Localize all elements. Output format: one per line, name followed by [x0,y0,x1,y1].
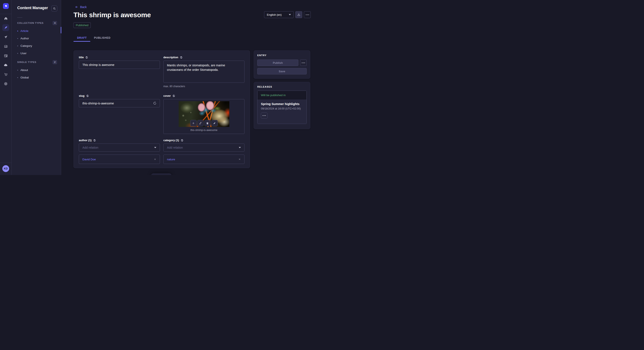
save-button[interactable]: Save [257,68,307,74]
bullet-icon [17,53,18,54]
sidebar-divider [17,17,22,18]
chevron-down-icon [239,147,241,148]
cover-caption: this-shrimp-is-awesome [190,129,218,132]
copy-link-button[interactable] [197,120,204,126]
section-label-collection-types: COLLECTION TYPES [17,22,44,24]
sidebar-item-global[interactable]: Global [17,74,57,81]
author-relation-chip[interactable]: David Doe [79,155,160,164]
publish-button[interactable]: Publish [257,59,298,66]
version-tabs: DRAFT PUBLISHED [74,34,114,42]
add-media-button[interactable] [190,120,196,126]
strapi-logo[interactable] [3,3,9,9]
bullet-icon [17,70,18,71]
category-relation-chip[interactable]: nature [163,155,244,164]
cover-toolbar [190,120,218,126]
feather-icon[interactable] [2,24,9,31]
sidebar-nav: COLLECTION TYPES 4 Article Author Catego… [17,19,57,82]
title-input[interactable] [79,61,160,69]
entry-panel: ENTRY Publish Save [254,50,310,79]
field-cover: cover [163,94,244,134]
chevron-down-icon [154,147,156,148]
release-schedule: 09/18/2024 at 16:00 (UTC+02:00) [261,107,303,110]
tab-label: DRAFT [77,36,87,39]
header-more-button[interactable] [304,11,311,18]
download-button[interactable] [296,11,302,18]
bottom-sheet-peek[interactable] [151,173,172,175]
avatar-initials: KD [4,167,8,170]
arrow-left-icon [75,5,78,9]
regenerate-icon [153,101,157,105]
field-title: title [79,56,160,88]
field-description: description Mantis shrimps, or stomatopo… [163,56,244,88]
entry-panel-title: ENTRY [257,54,307,57]
bullet-icon [17,38,18,39]
add-icon [192,122,195,125]
slug-input[interactable] [79,99,160,107]
releases-panel-title: RELEASES [257,85,307,88]
status-badge: Published [74,22,91,28]
single-types-count-badge: 2 [52,60,57,64]
sidebar-item-label: Author [20,37,29,40]
back-link[interactable]: Back [75,5,87,9]
edit-icon [213,122,216,125]
sidebar-item-article[interactable]: Article [17,27,57,35]
field-author: author (1) Add relation David Doe [79,139,160,164]
gear-icon[interactable] [2,80,9,87]
sidebar-item-label: Category [20,44,32,47]
release-more-button[interactable] [261,113,268,119]
title-field-label: title [79,56,84,59]
field-slug: slug [79,94,160,134]
locale-globe-icon [180,139,184,142]
sidebar-item-category[interactable]: Category [17,42,57,49]
header-actions: English (en) [264,11,311,18]
entry-more-button[interactable] [300,59,307,66]
main-content: Back This shrimp is awesome Published En… [61,0,322,175]
tab-label: PUBLISHED [94,36,110,39]
tab-draft[interactable]: DRAFT [74,34,90,42]
more-icon [306,14,309,15]
locale-globe-icon [85,56,88,59]
section-label-single-types: SINGLE TYPES [17,61,36,63]
delete-media-button[interactable] [204,120,210,126]
locale-globe-icon [172,94,175,97]
category-field-label: category (1) [163,139,179,142]
cover-field-label: cover [163,94,171,98]
media-library-icon[interactable] [2,43,9,50]
bullet-icon [17,45,18,46]
field-category: category (1) Add relation nature [163,139,244,164]
tab-published[interactable]: PUBLISHED [90,34,114,42]
paper-plane-icon[interactable] [2,34,9,40]
description-textarea[interactable]: Mantis shrimps, or stomatopods, are mari… [163,61,244,83]
search-button[interactable] [51,5,57,11]
collection-types-count-badge: 4 [52,21,57,25]
remove-relation-button[interactable] [154,158,156,161]
locale-globe-icon [86,94,89,97]
author-relation-select[interactable]: Add relation [79,144,160,152]
locale-globe-icon [180,56,183,59]
edit-media-button[interactable] [211,120,218,126]
layout-icon[interactable] [2,52,9,59]
avatar[interactable]: KD [2,165,9,172]
sidebar-item-label: Global [20,76,29,79]
relation-name: David Doe [82,158,96,161]
cart-icon[interactable] [2,71,9,78]
sidebar-item-user[interactable]: User [17,49,57,57]
home-icon[interactable] [2,15,9,22]
cover-media-box: this-shrimp-is-awesome [163,99,244,134]
relation-name: nature [167,158,175,161]
locale-value: English (en) [267,13,282,16]
sidebar-item-about[interactable]: About [17,66,57,74]
regenerate-slug-button[interactable] [153,101,158,106]
strapi-logo-icon [4,4,8,8]
cloud-icon[interactable] [2,62,9,68]
locale-select[interactable]: English (en) [264,11,294,18]
cover-image[interactable] [179,101,229,127]
sidebar-item-label: User [20,52,26,55]
close-icon [154,158,156,161]
sidebar-title: Content Manager [17,6,48,10]
more-icon [262,115,266,116]
locale-globe-icon [93,139,96,142]
category-relation-select[interactable]: Add relation [163,144,244,152]
remove-relation-button[interactable] [238,158,241,161]
sidebar-item-author[interactable]: Author [17,35,57,42]
